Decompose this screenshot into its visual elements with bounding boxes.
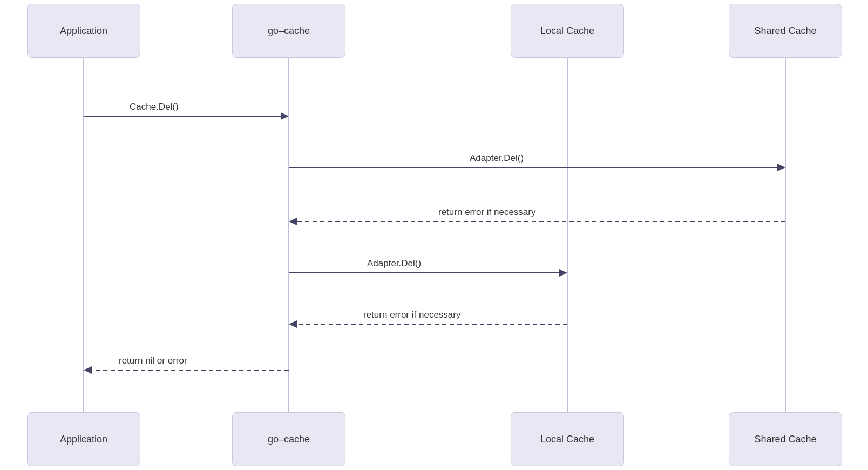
actor-sharedcache-bottom: Shared Cache: [729, 412, 842, 466]
arrow-head-4: [559, 269, 567, 277]
arrow-head-2: [777, 164, 785, 171]
diagram-svg: [0, 0, 868, 470]
arrow-head-5: [289, 320, 297, 328]
msg-label-4: Adapter.Del(): [367, 258, 421, 269]
actor-sharedcache-top: Shared Cache: [729, 4, 842, 58]
actor-application-bottom-label: Application: [60, 434, 107, 445]
actor-gocache-bottom: go–cache: [232, 412, 345, 466]
actor-sharedcache-top-label: Shared Cache: [754, 25, 816, 37]
msg-label-1: Cache.Del(): [130, 102, 179, 112]
arrow-head-6: [84, 366, 92, 374]
arrow-head-1: [281, 112, 289, 120]
actor-application-bottom: Application: [27, 412, 140, 466]
msg-label-5: return error if necessary: [363, 310, 460, 320]
actor-localcache-bottom-label: Local Cache: [540, 434, 594, 445]
actor-sharedcache-bottom-label: Shared Cache: [754, 434, 816, 445]
msg-label-3: return error if necessary: [438, 207, 535, 218]
actor-gocache-top: go–cache: [232, 4, 345, 58]
actor-localcache-top: Local Cache: [511, 4, 624, 58]
msg-label-2: Adapter.Del(): [470, 153, 524, 164]
actor-localcache-top-label: Local Cache: [540, 25, 594, 37]
actor-application-top-label: Application: [60, 25, 107, 37]
actor-application-top: Application: [27, 4, 140, 58]
sequence-diagram: Application go–cache Local Cache Shared …: [0, 0, 868, 470]
msg-label-6: return nil or error: [119, 355, 187, 366]
arrow-head-3: [289, 218, 297, 225]
actor-localcache-bottom: Local Cache: [511, 412, 624, 466]
actor-gocache-top-label: go–cache: [268, 25, 310, 37]
actor-gocache-bottom-label: go–cache: [268, 434, 310, 445]
